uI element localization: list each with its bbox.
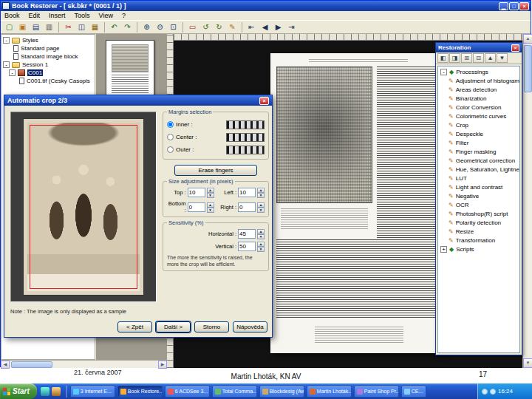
left-stepper[interactable]: ▲▼ <box>257 188 265 197</box>
tree-item-standard-image-block[interactable]: Standard image block <box>1 52 95 61</box>
step-up-icon[interactable]: ▲ <box>257 202 265 208</box>
step-up-icon[interactable]: ▲ <box>207 202 214 208</box>
restoration-item-hue-saturation-lightness[interactable]: ✎Hue, Saturation, Lightne <box>438 165 519 174</box>
move-down-icon[interactable]: ▼ <box>497 53 508 63</box>
script-icon[interactable]: ✎ <box>226 21 239 33</box>
quick-launch-icon[interactable] <box>41 387 50 396</box>
close-icon[interactable]: × <box>511 44 519 52</box>
rotate-right-icon[interactable]: ↻ <box>213 21 225 33</box>
inner-radio[interactable] <box>167 121 174 128</box>
open-book-icon[interactable]: ▣ <box>16 21 29 33</box>
minimize-button[interactable]: ▁ <box>499 2 508 10</box>
menu-item-edit[interactable]: Edit <box>29 12 41 19</box>
new-document-icon[interactable]: ▢ <box>3 21 16 33</box>
center-radio[interactable] <box>167 134 174 140</box>
restoration-item-ocr[interactable]: ✎OCR <box>438 200 519 209</box>
right-input[interactable] <box>238 202 256 212</box>
top-input[interactable] <box>188 188 205 197</box>
quick-launch-icon[interactable] <box>52 387 61 396</box>
step-down-icon[interactable]: ▼ <box>257 247 265 252</box>
tree-item-styles[interactable]: - Styles <box>1 36 95 44</box>
collapse-icon[interactable]: - <box>440 69 447 75</box>
task-blockdesig[interactable]: Blockdesig (Aw... <box>259 386 304 398</box>
cancel-button[interactable]: Storno <box>194 321 229 332</box>
restoration-title-bar[interactable]: Restoration × <box>436 43 522 52</box>
step-up-icon[interactable]: ▲ <box>257 229 265 234</box>
restoration-item-resize[interactable]: ✎Resize <box>438 227 519 236</box>
menu-item-view[interactable]: View <box>99 12 113 19</box>
restoration-item-negative[interactable]: ✎Negative <box>438 191 519 200</box>
tree-item-c001[interactable]: - C001 <box>1 69 95 77</box>
tree-item-c001-tif[interactable]: C001.tif (Cesky Casopis <box>1 77 95 85</box>
tray-icon[interactable] <box>482 389 488 395</box>
collapse-icon[interactable]: - <box>3 61 10 68</box>
step-up-icon[interactable]: ▲ <box>257 242 265 247</box>
horizontal-input[interactable] <box>238 229 256 239</box>
tray-icon[interactable] <box>490 389 496 395</box>
scroll-right-icon[interactable]: ▶ <box>158 361 167 369</box>
zoom-out-icon[interactable]: ⊖ <box>154 21 166 33</box>
step-down-icon[interactable]: ▼ <box>257 208 265 213</box>
restoration-item-lut[interactable]: ✎LUT <box>438 174 519 183</box>
erase-fingers-button[interactable]: Erase fingers <box>174 165 257 176</box>
restoration-item-photoshop-script[interactable]: ✎Photoshop(R) script <box>438 209 519 218</box>
menu-item-insert[interactable]: Insert <box>49 12 66 19</box>
step-down-icon[interactable]: ▼ <box>257 234 265 239</box>
zoom-in-icon[interactable]: ⊕ <box>140 21 153 33</box>
collapse-icon[interactable]: - <box>3 37 10 44</box>
restoration-item-binarization[interactable]: ✎Binarization <box>438 94 519 103</box>
back-button[interactable]: < Zpět <box>117 321 152 332</box>
step-down-icon[interactable]: ▼ <box>257 193 265 198</box>
horizontal-scroll-thumb[interactable] <box>11 361 52 368</box>
top-stepper[interactable]: ▲▼ <box>207 188 214 197</box>
next-page-icon[interactable]: ▶ <box>272 21 284 33</box>
start-button[interactable]: Start <box>0 383 37 399</box>
expand-all-icon[interactable]: ⊞ <box>461 53 472 63</box>
collapse-icon[interactable]: - <box>9 69 16 76</box>
restoration-item-polarity-detection[interactable]: ✎Polarity detection <box>438 218 519 227</box>
fit-page-icon[interactable]: ⊡ <box>167 21 180 33</box>
step-up-icon[interactable]: ▲ <box>257 188 265 193</box>
move-up-icon[interactable]: ▲ <box>485 53 496 63</box>
restoration-item-adjustment-of-histogram[interactable]: ✎Adjustment of histogram <box>438 76 519 85</box>
scroll-up-icon[interactable]: ▲ <box>523 34 532 44</box>
restoration-item-despeckle[interactable]: ✎Despeckle <box>438 129 519 138</box>
scanned-page[interactable] <box>270 53 446 353</box>
next-button[interactable]: Další > <box>156 321 191 332</box>
restoration-item-transformation[interactable]: ✎Transformation <box>438 236 519 245</box>
menu-item-help[interactable]: ? <box>122 12 126 19</box>
copy-icon[interactable]: ◫ <box>75 21 88 33</box>
tree-item-session-1[interactable]: - Session 1 <box>1 61 95 69</box>
crop-rectangle[interactable] <box>30 125 137 289</box>
dock-right-icon[interactable]: ◨ <box>449 53 460 63</box>
help-button[interactable]: Nápověda <box>233 321 267 332</box>
restoration-item-colorimetric-curves[interactable]: ✎Colorimetric curves <box>438 112 519 120</box>
crop-icon[interactable]: ▭ <box>186 21 199 33</box>
redo-icon[interactable]: ↷ <box>121 21 134 33</box>
prev-page-icon[interactable]: ◀ <box>259 21 271 33</box>
dialog-title-bar[interactable]: Automatic crop 2/3 × <box>4 95 272 106</box>
task-presentation[interactable]: Martin Lhoták... <box>307 386 352 398</box>
dock-left-icon[interactable]: ◧ <box>437 53 449 63</box>
horizontal-stepper[interactable]: ▲▼ <box>257 229 265 239</box>
first-page-icon[interactable]: ⇤ <box>245 21 258 33</box>
paste-icon[interactable]: ▦ <box>89 21 101 33</box>
restoration-item-scripts[interactable]: +◆Scripts <box>438 245 519 253</box>
vertical-scroll-thumb[interactable] <box>524 45 532 92</box>
right-stepper[interactable]: ▲▼ <box>257 202 265 212</box>
restoration-item-geometrical-correction[interactable]: ✎Geometrical correction <box>438 156 519 165</box>
maximize-button[interactable]: □ <box>509 2 519 10</box>
menu-item-tools[interactable]: Tools <box>75 12 90 19</box>
bottom-input[interactable] <box>188 202 205 212</box>
last-page-icon[interactable]: ⇥ <box>285 21 298 33</box>
restoration-item-finger-masking[interactable]: ✎Finger masking <box>438 147 519 156</box>
vertical-scrollbar[interactable]: ▲ ▼ <box>522 34 532 368</box>
bottom-stepper[interactable]: ▲▼ <box>207 202 214 212</box>
vertical-input[interactable] <box>238 242 256 251</box>
expand-icon[interactable]: + <box>440 246 447 253</box>
collapse-all-icon[interactable]: ⊟ <box>473 53 484 63</box>
vertical-stepper[interactable]: ▲▼ <box>257 242 265 251</box>
task-internet-explorer[interactable]: 3 Internet E... <box>70 386 115 398</box>
title-bar[interactable]: Book Restorer - [ sk.bkr * (0001 / 1) ] … <box>1 1 531 11</box>
step-down-icon[interactable]: ▼ <box>207 193 214 198</box>
